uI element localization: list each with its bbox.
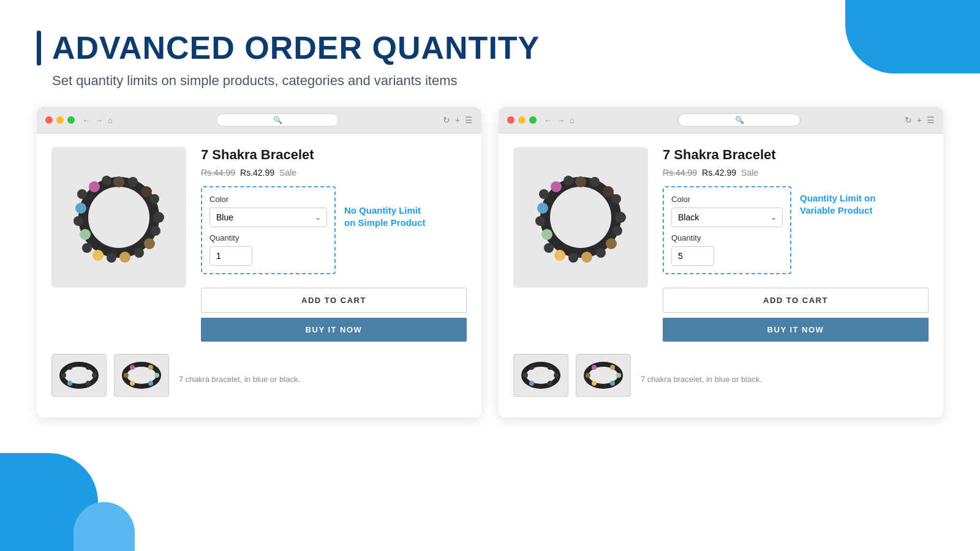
right-thumb-2[interactable] bbox=[576, 354, 631, 397]
left-thumb-2[interactable] bbox=[114, 354, 169, 397]
svg-point-53 bbox=[529, 365, 534, 370]
svg-point-34 bbox=[575, 176, 586, 187]
nav-back-left[interactable]: ← bbox=[82, 116, 90, 125]
nav-forward-right[interactable]: → bbox=[557, 116, 565, 125]
svg-point-57 bbox=[529, 381, 534, 386]
nav-forward-left[interactable]: → bbox=[95, 116, 103, 125]
left-thumb-2-svg bbox=[120, 360, 163, 391]
right-buy-now-button[interactable]: BUY IT NOW bbox=[663, 318, 929, 342]
dot-green-left[interactable] bbox=[67, 116, 75, 124]
right-browser-bar: ← → ⌂ 🔍 ↻ + ☰ bbox=[499, 107, 943, 133]
svg-point-44 bbox=[590, 177, 600, 187]
page-subtitle: Set quantity limits on simple products, … bbox=[52, 73, 943, 89]
svg-point-56 bbox=[548, 381, 552, 386]
left-thumb-1-svg bbox=[58, 360, 100, 391]
left-add-to-cart-button[interactable]: ADD TO CART bbox=[201, 288, 467, 313]
svg-point-45 bbox=[611, 194, 621, 204]
browser-reload-left[interactable]: ↻ bbox=[443, 115, 450, 125]
browser-url-left[interactable]: 🔍 bbox=[216, 113, 339, 127]
right-thumb-1[interactable] bbox=[513, 354, 568, 397]
right-color-select[interactable]: Black Blue bbox=[671, 208, 783, 227]
svg-point-43 bbox=[564, 176, 573, 186]
svg-point-10 bbox=[102, 176, 111, 186]
browser-url-right[interactable]: 🔍 bbox=[678, 113, 801, 127]
right-product-name: 7 Shakra Bracelet bbox=[663, 147, 929, 163]
right-price-sale: Rs.42.99 bbox=[702, 168, 736, 178]
svg-point-24 bbox=[67, 381, 72, 386]
browser-add-tab-right[interactable]: + bbox=[917, 115, 922, 125]
left-color-select[interactable]: Blue Black bbox=[209, 208, 327, 227]
dot-red-left[interactable] bbox=[45, 116, 53, 124]
page-title: ADVANCED ORDER QUANTITY bbox=[52, 31, 540, 66]
browser-reload-right[interactable]: ↻ bbox=[905, 115, 912, 125]
svg-point-61 bbox=[610, 365, 615, 370]
svg-point-2 bbox=[141, 186, 152, 197]
svg-point-63 bbox=[610, 381, 615, 386]
svg-point-37 bbox=[606, 238, 617, 249]
nav-home-left[interactable]: ⌂ bbox=[108, 116, 113, 125]
svg-point-47 bbox=[596, 248, 606, 258]
browser-add-tab-left[interactable]: + bbox=[455, 115, 460, 125]
right-price-row: Rs.44.99 Rs.42.99 Sale bbox=[663, 168, 929, 178]
left-qty-input[interactable] bbox=[209, 246, 252, 266]
svg-point-23 bbox=[86, 381, 91, 386]
browser-menu-left[interactable]: ☰ bbox=[465, 115, 473, 125]
browser-menu-right[interactable]: ☰ bbox=[927, 115, 935, 125]
nav-back-right[interactable]: ← bbox=[544, 116, 552, 125]
right-price-badge: Sale bbox=[741, 168, 758, 178]
svg-point-29 bbox=[154, 373, 159, 378]
right-browser-window: ← → ⌂ 🔍 ↻ + ☰ bbox=[499, 107, 943, 418]
svg-point-7 bbox=[80, 229, 91, 240]
left-product-info: 7 Shakra Bracelet Rs.44.99 Rs.42.99 Sale… bbox=[201, 147, 467, 342]
right-thumbnails bbox=[513, 354, 631, 397]
nav-home-right[interactable]: ⌂ bbox=[570, 116, 575, 125]
dot-red-right[interactable] bbox=[507, 116, 514, 124]
svg-point-55 bbox=[554, 373, 559, 378]
left-buy-now-button[interactable]: BUY IT NOW bbox=[201, 318, 467, 342]
svg-point-59 bbox=[586, 364, 620, 386]
right-product-info: 7 Shakra Bracelet Rs.44.99 Rs.42.99 Sale… bbox=[663, 147, 929, 342]
svg-point-58 bbox=[523, 373, 528, 378]
svg-point-14 bbox=[134, 248, 144, 258]
svg-point-60 bbox=[592, 365, 597, 370]
left-thumb-1[interactable] bbox=[51, 354, 107, 397]
left-browser-window: ← → ⌂ 🔍 ↻ + ☰ bbox=[37, 107, 481, 418]
svg-point-65 bbox=[586, 373, 590, 378]
svg-point-36 bbox=[615, 212, 626, 223]
svg-point-64 bbox=[592, 381, 597, 386]
left-color-select-wrapper: Blue Black ⌄ bbox=[209, 208, 327, 227]
dot-yellow-left[interactable] bbox=[56, 116, 64, 124]
right-color-label: Color bbox=[671, 195, 783, 204]
svg-point-21 bbox=[86, 365, 91, 370]
left-product-desc: 7 chakra bracelet, in blue or black. bbox=[179, 375, 300, 384]
right-qty-label: Quantity bbox=[671, 233, 783, 242]
right-dashed-box: Color Black Blue ⌄ Quantity bbox=[663, 186, 791, 274]
title-bar bbox=[37, 31, 41, 66]
browser-nav-right: ← → ⌂ bbox=[544, 116, 575, 125]
left-qty-label: Quantity bbox=[209, 233, 327, 242]
browser-dots-left bbox=[45, 116, 75, 124]
right-price-original: Rs.44.99 bbox=[663, 168, 697, 178]
svg-point-49 bbox=[544, 243, 554, 253]
right-thumb-1-svg bbox=[519, 360, 562, 391]
left-thumbnails bbox=[51, 354, 169, 397]
left-product-name: 7 Shakra Bracelet bbox=[201, 147, 467, 163]
svg-point-8 bbox=[75, 203, 86, 214]
right-thumb-2-svg bbox=[582, 360, 625, 391]
svg-point-20 bbox=[67, 365, 72, 370]
browser-search-left: 🔍 bbox=[120, 113, 435, 127]
right-add-to-cart-button[interactable]: ADD TO CART bbox=[663, 288, 929, 313]
svg-point-6 bbox=[92, 250, 104, 261]
right-qty-input[interactable] bbox=[671, 246, 714, 266]
left-price-row: Rs.44.99 Rs.42.99 Sale bbox=[201, 168, 467, 178]
svg-point-11 bbox=[128, 177, 138, 187]
left-browser-bar: ← → ⌂ 🔍 ↻ + ☰ bbox=[37, 107, 481, 133]
svg-point-19 bbox=[62, 364, 96, 386]
svg-point-52 bbox=[524, 364, 558, 386]
svg-point-26 bbox=[124, 364, 159, 386]
dot-green-right[interactable] bbox=[529, 116, 537, 124]
dot-yellow-right[interactable] bbox=[518, 116, 526, 124]
right-product-top: 7 Shakra Bracelet Rs.44.99 Rs.42.99 Sale… bbox=[513, 147, 929, 342]
svg-point-16 bbox=[82, 243, 92, 253]
svg-point-18 bbox=[77, 189, 87, 199]
